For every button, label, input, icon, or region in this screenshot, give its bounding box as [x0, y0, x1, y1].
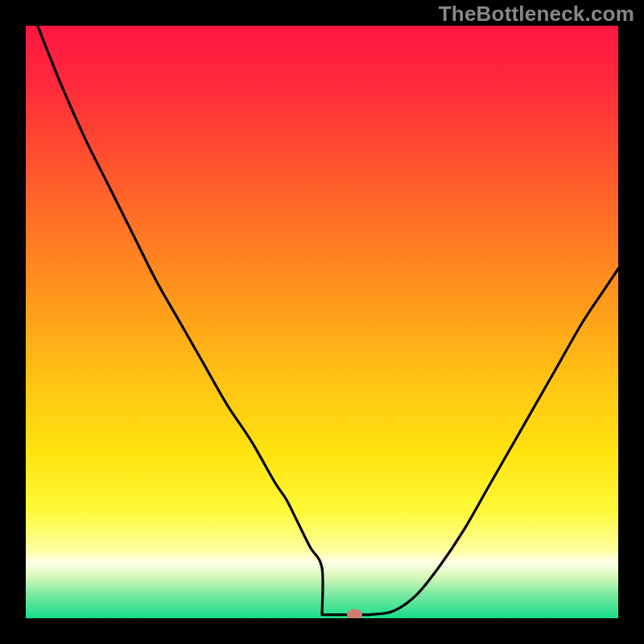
plot-area [26, 26, 618, 618]
watermark-text: TheBottleneck.com [439, 2, 634, 27]
chart-svg [26, 26, 618, 618]
gradient-background [26, 26, 618, 618]
outer-frame: TheBottleneck.com [0, 0, 644, 644]
